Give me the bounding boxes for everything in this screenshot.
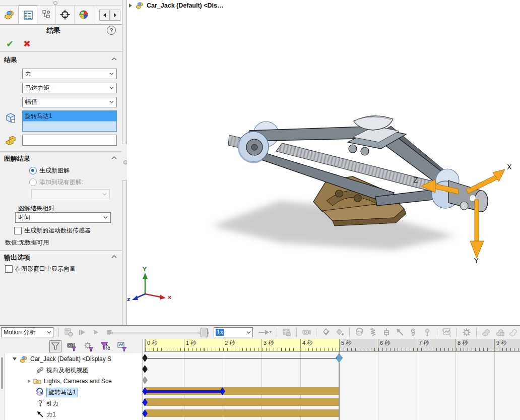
tab-scroll-right-button[interactable]	[110, 10, 120, 21]
duration-bar[interactable]	[145, 409, 339, 417]
timeline-tick-8[interactable]: 8 秒	[456, 339, 494, 351]
change-bar[interactable]	[145, 390, 223, 393]
simulation-export-button[interactable]	[508, 327, 518, 337]
duration-bar[interactable]	[145, 398, 339, 406]
plot-results-section-header[interactable]: 图解结果	[4, 154, 118, 164]
tree-item-label[interactable]: 力1	[46, 410, 56, 419]
tree-item-gravity[interactable]: 引力	[5, 398, 143, 409]
add-key-button[interactable]	[335, 327, 345, 337]
timeline-tick-2[interactable]: 2 秒	[223, 339, 262, 351]
timeline-tick-0[interactable]: 0 秒	[145, 339, 184, 351]
result-category-select[interactable]: 力	[22, 69, 117, 79]
tree-item-rotary-motor[interactable]: 旋转马达1	[5, 387, 143, 398]
change-bar[interactable]	[145, 358, 339, 358]
filter-animated-button[interactable]	[66, 340, 78, 352]
sensor-checkbox[interactable]	[14, 227, 22, 234]
timeline-tick-4[interactable]: 4 秒	[300, 339, 339, 351]
tree-item-label[interactable]: Lights, Cameras and Sce	[44, 378, 112, 385]
simulation-setup-button[interactable]	[481, 327, 491, 337]
selected-element-item[interactable]: 旋转马达1	[23, 111, 116, 122]
tree-item-label[interactable]: 视向及相机视图	[46, 366, 89, 375]
results-section-header[interactable]: 结果	[4, 55, 118, 66]
tree-item-orientation[interactable]: 视向及相机视图	[5, 365, 143, 376]
force-button[interactable]	[395, 327, 405, 337]
results-plots-button[interactable]: yx	[442, 327, 452, 337]
result-element-listbox[interactable]: 旋转马达1	[22, 110, 117, 132]
expand-arrow-icon[interactable]	[129, 4, 132, 8]
animation-wizard-button[interactable]	[301, 327, 311, 337]
tab-dimxpert-manager[interactable]	[56, 6, 75, 24]
cancel-button[interactable]: ✖	[23, 38, 31, 49]
panel-grip-handle[interactable]	[53, 1, 57, 5]
flyout-feature-tree[interactable]: Car_Jack (Default) <Dis…	[129, 1, 224, 10]
result-subcategory-select[interactable]: 马达力矩	[22, 83, 117, 93]
spring-button[interactable]	[368, 327, 378, 337]
show-vectors-checkbox[interactable]	[5, 265, 13, 273]
result-component-select[interactable]: 幅值	[22, 97, 117, 107]
assembly-icon	[135, 1, 144, 10]
new-plot-radio[interactable]	[29, 167, 37, 174]
calculate-button[interactable]	[63, 327, 74, 337]
model-3d-view[interactable]: X Y Z Y x z	[127, 0, 520, 325]
axis-y-label: Y	[474, 257, 479, 265]
filter-results-button[interactable]	[116, 340, 128, 352]
autokey-button[interactable]	[321, 327, 331, 337]
axis-x-label: X	[507, 163, 512, 171]
help-button[interactable]: ?	[107, 26, 116, 35]
tree-scroll-thumb[interactable]	[1, 357, 3, 389]
existing-plot-radio[interactable]	[29, 178, 37, 186]
contact-button[interactable]	[409, 327, 419, 337]
tree-item-assembly[interactable]: Car_Jack (Default) <Display S	[5, 353, 143, 365]
study-type-select[interactable]: Motion 分析	[1, 327, 53, 337]
timeline-tick-3[interactable]: 3 秒	[262, 339, 300, 351]
motor-button[interactable]	[354, 327, 364, 337]
filter-all-button[interactable]	[49, 340, 61, 352]
playback-mode-button[interactable]	[257, 327, 272, 337]
timeline-tick-6[interactable]: 6 秒	[378, 339, 417, 351]
flyout-item-label[interactable]: Car_Jack (Default) <Dis…	[147, 2, 224, 9]
damper-button[interactable]	[381, 327, 392, 337]
timebar-slider-track[interactable]	[112, 332, 209, 334]
plot-relative-label-text: 图解结果相对	[18, 204, 54, 213]
expand-arrow-icon[interactable]	[28, 379, 31, 383]
collapse-arrow-icon[interactable]	[13, 357, 17, 361]
tree-scrollbar[interactable]	[0, 353, 5, 420]
timeline-tick-1[interactable]: 1 秒	[184, 339, 223, 351]
collapse-chevron-icon	[111, 156, 117, 159]
tab-property-manager[interactable]	[19, 6, 37, 24]
face-selection-input[interactable]	[22, 135, 117, 146]
tree-item-label[interactable]: 引力	[46, 399, 58, 408]
tree-item-force[interactable]: 力1	[5, 409, 143, 420]
filter-driving-button[interactable]	[83, 340, 95, 352]
save-animation-button[interactable]	[282, 327, 292, 337]
tree-item-lights[interactable]: Lights, Cameras and Sce	[5, 376, 143, 387]
filter-selected-button[interactable]	[99, 340, 111, 352]
simulation-results-button[interactable]	[495, 327, 505, 337]
timeline-tick-7[interactable]: 7 秒	[417, 339, 456, 351]
plot-relative-value: 时间	[18, 214, 30, 221]
tab-feature-manager[interactable]	[0, 6, 19, 24]
playback-speed-select[interactable]: 1x	[214, 327, 253, 337]
play-button[interactable]	[91, 327, 101, 337]
timebar-slider-handle[interactable]	[201, 328, 208, 337]
motion-study-properties-button[interactable]	[462, 327, 472, 337]
play-from-start-button[interactable]	[77, 327, 87, 337]
timeline-ruler[interactable]: 0 秒1 秒2 秒3 秒4 秒5 秒6 秒7 秒8 秒9 秒	[144, 339, 520, 352]
tab-configuration-manager[interactable]	[37, 6, 56, 24]
tab-display-manager[interactable]	[75, 6, 93, 24]
toolbar-separator	[58, 328, 59, 337]
tree-item-label-selected[interactable]: 旋转马达1	[46, 388, 78, 397]
toolbar-separator	[316, 328, 316, 337]
timeline-tick-5[interactable]: 5 秒	[339, 339, 378, 351]
timeline-tick-9[interactable]: 9 秒	[494, 339, 520, 351]
chevron-down-icon	[108, 97, 115, 107]
output-options-section-header[interactable]: 输出选项	[4, 253, 118, 263]
ok-button[interactable]: ✔	[6, 38, 14, 49]
tree-item-label[interactable]: Car_Jack (Default) <Display S	[30, 355, 111, 363]
tab-scroll-left-button[interactable]	[99, 10, 110, 21]
plot-relative-select[interactable]: 时间	[15, 212, 111, 223]
graphics-viewport[interactable]: Car_Jack (Default) <Dis…	[127, 0, 520, 325]
study-type-value: Motion 分析	[4, 329, 35, 336]
current-time-line[interactable]	[339, 352, 340, 420]
gravity-button[interactable]	[422, 327, 432, 337]
